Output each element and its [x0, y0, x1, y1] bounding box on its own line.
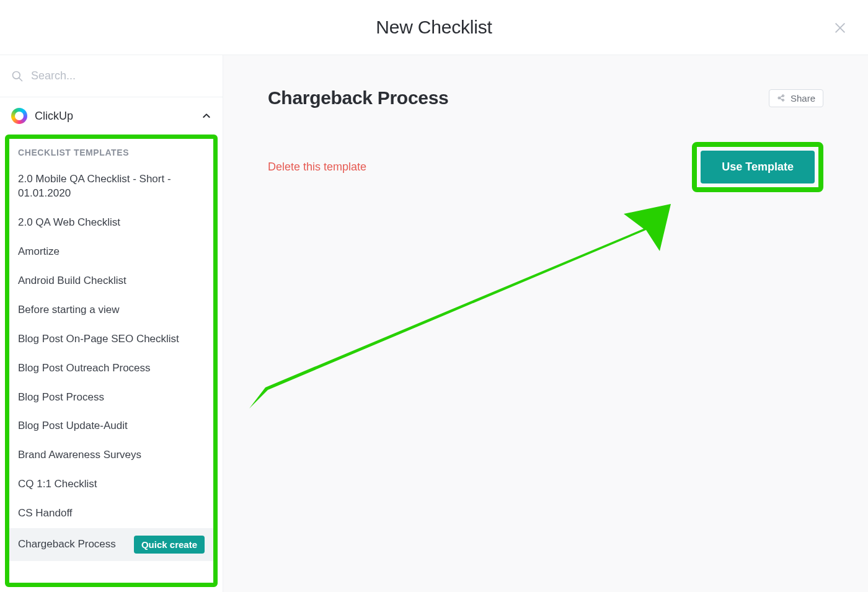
template-item[interactable]: Blog Post Outreach Process: [9, 354, 213, 383]
template-item-label: 2.0 Mobile QA Checklist - Short - 01.01.…: [18, 172, 205, 201]
modal-body: ClickUp CHECKLIST TEMPLATES 2.0 Mobile Q…: [0, 55, 868, 592]
template-item[interactable]: 2.0 QA Web Checklist: [9, 208, 213, 237]
template-item[interactable]: Amortize: [9, 237, 213, 267]
template-item-label: Amortize: [18, 245, 205, 259]
svg-line-3: [19, 77, 22, 81]
template-item-label: Brand Awareness Surveys: [18, 448, 205, 462]
template-item-label: CS Handoff: [18, 506, 205, 521]
main-panel: Chargeback Process Share Delete this tem…: [223, 55, 868, 592]
templates-highlight-box: CHECKLIST TEMPLATES 2.0 Mobile QA Checkl…: [5, 135, 218, 587]
template-item-label: CQ 1:1 Checklist: [18, 477, 205, 492]
template-item-label: Android Build Checklist: [18, 274, 205, 288]
svg-line-8: [780, 99, 782, 100]
modal-title: New Checklist: [376, 17, 492, 38]
use-template-highlight-box: Use Template: [692, 142, 823, 192]
template-item[interactable]: Blog Post On-Page SEO Checklist: [9, 325, 213, 354]
template-item[interactable]: Blog Post Process: [9, 383, 213, 412]
template-item[interactable]: Brand Awareness Surveys: [9, 441, 213, 470]
template-item-label: Blog Post Outreach Process: [18, 361, 205, 376]
template-item[interactable]: CS Handoff: [9, 499, 213, 528]
share-label: Share: [790, 93, 815, 104]
templates-list: 2.0 Mobile QA Checklist - Short - 01.01.…: [9, 165, 213, 561]
workspace-toggle[interactable]: ClickUp: [0, 97, 223, 135]
svg-line-7: [780, 96, 782, 97]
page-head: Chargeback Process Share: [268, 87, 823, 108]
workspace-name: ClickUp: [35, 110, 194, 123]
clickup-logo-icon: [11, 108, 27, 124]
chevron-up-icon: [202, 111, 211, 121]
search-icon: [11, 70, 24, 82]
template-item-label: Blog Post Update-Audit: [18, 419, 205, 433]
template-item-label: Blog Post On-Page SEO Checklist: [18, 332, 205, 347]
close-button[interactable]: [828, 15, 852, 40]
quick-create-button[interactable]: Quick create: [134, 536, 205, 554]
template-item[interactable]: 2.0 Mobile QA Checklist - Short - 01.01.…: [9, 165, 213, 208]
template-item-label: Chargeback Process: [18, 537, 129, 552]
search-input[interactable]: [31, 69, 211, 82]
delete-template-link[interactable]: Delete this template: [268, 161, 366, 174]
modal-header: New Checklist: [0, 0, 868, 55]
template-item-label: 2.0 QA Web Checklist: [18, 216, 205, 230]
templates-heading: CHECKLIST TEMPLATES: [9, 143, 213, 165]
template-item[interactable]: Before starting a view: [9, 296, 213, 325]
action-row: Delete this template Use Template: [268, 142, 823, 192]
share-icon: [777, 94, 786, 102]
template-item[interactable]: Android Build Checklist: [9, 267, 213, 296]
template-item-label: Before starting a view: [18, 303, 205, 317]
template-item[interactable]: Chargeback ProcessQuick create: [9, 528, 213, 561]
search-row: [0, 55, 223, 97]
page-title: Chargeback Process: [268, 87, 448, 108]
template-item[interactable]: CQ 1:1 Checklist: [9, 470, 213, 499]
share-button[interactable]: Share: [769, 89, 823, 107]
template-item-label: Blog Post Process: [18, 391, 205, 405]
template-item[interactable]: Blog Post Update-Audit: [9, 412, 213, 441]
use-template-button[interactable]: Use Template: [701, 151, 815, 183]
close-icon: [833, 21, 847, 35]
sidebar: ClickUp CHECKLIST TEMPLATES 2.0 Mobile Q…: [0, 55, 223, 592]
